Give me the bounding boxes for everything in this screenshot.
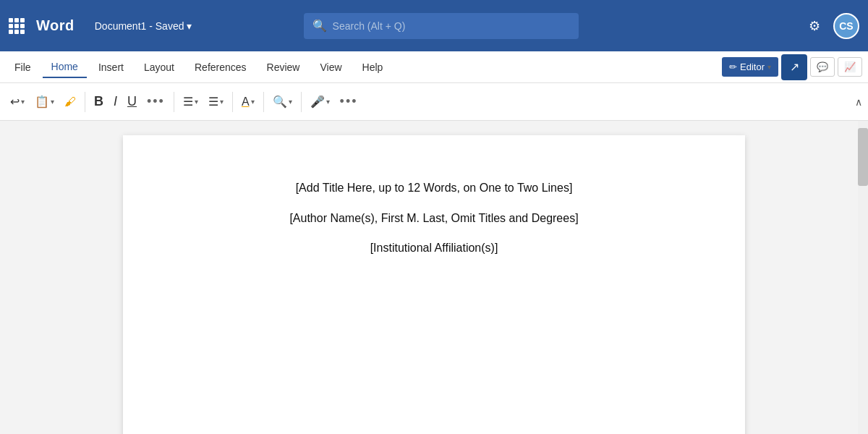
chevron-down-icon: ▾ (251, 98, 255, 106)
app-grid-icon[interactable] (9, 18, 25, 34)
menu-help[interactable]: Help (354, 57, 392, 77)
menu-references[interactable]: References (186, 57, 255, 77)
italic-button[interactable]: I (109, 89, 122, 115)
chevron-down-icon: ▾ (21, 98, 25, 106)
more-tools-button[interactable]: ••• (336, 89, 362, 115)
chevron-down-icon: ▾ (767, 63, 771, 71)
align-icon: ☰ (208, 95, 218, 109)
document-page[interactable]: [Add Title Here, up to 12 Words, on One … (123, 135, 745, 434)
find-icon: 🔍 (273, 95, 287, 109)
avatar[interactable]: CS (833, 13, 859, 39)
undo-icon: ↩ (10, 95, 20, 109)
track-changes-button[interactable]: 📈 (838, 57, 862, 77)
chevron-down-icon: ▾ (326, 98, 330, 106)
more-formatting-button[interactable]: ••• (142, 89, 169, 115)
menu-insert[interactable]: Insert (90, 57, 132, 77)
chevron-down-icon: ▾ (195, 98, 198, 106)
font-color-icon: A (242, 95, 250, 109)
document-area: [Add Title Here, up to 12 Words, on One … (0, 121, 868, 434)
format-painter-icon: 🖌 (64, 95, 76, 109)
pencil-icon: ✏ (729, 61, 737, 72)
clipboard-button[interactable]: 📋 ▾ (30, 89, 59, 115)
comment-button[interactable]: 💬 (810, 57, 835, 77)
scrollbar[interactable] (858, 121, 868, 434)
menu-bar: File Home Insert Layout References Revie… (0, 51, 868, 83)
doc-line-1: [Add Title Here, up to 12 Words, on One … (296, 179, 573, 197)
title-bar-left: Word Document1 - Saved ▾ (9, 17, 192, 34)
editor-button[interactable]: ✏ Editor ▾ (722, 57, 778, 77)
align-button[interactable]: ☰ ▾ (204, 89, 228, 115)
chevron-down-icon: ▾ (220, 98, 224, 106)
bullet-list-icon: ☰ (183, 95, 193, 109)
app-name: Word (36, 17, 75, 34)
comment-icon: 💬 (817, 61, 828, 72)
title-bar: Word Document1 - Saved ▾ 🔍 ⚙ CS (0, 0, 868, 51)
settings-button[interactable]: ⚙ (801, 13, 827, 39)
search-icon: 🔍 (312, 19, 327, 33)
menu-file[interactable]: File (6, 57, 40, 77)
ellipsis-icon: ••• (340, 94, 358, 109)
chevron-down-icon: ▾ (289, 98, 292, 106)
toolbar-separator (263, 92, 264, 112)
dictate-button[interactable]: 🎤 ▾ (306, 89, 334, 115)
format-painter-button[interactable]: 🖌 (60, 89, 80, 115)
track-icon: 📈 (844, 61, 856, 72)
bullet-list-button[interactable]: ☰ ▾ (179, 89, 203, 115)
search-bar[interactable]: 🔍 (304, 13, 579, 39)
scrollbar-thumb[interactable] (858, 128, 868, 186)
search-input[interactable] (333, 20, 570, 32)
toolbar-separator (174, 92, 174, 112)
menu-review[interactable]: Review (258, 57, 309, 77)
collapse-ribbon-button[interactable]: ∧ (855, 96, 862, 108)
bold-button[interactable]: B (90, 89, 108, 115)
toolbar-separator (232, 92, 233, 112)
microphone-icon: 🎤 (310, 95, 325, 109)
doc-title: Document1 - Saved ▾ (95, 20, 192, 32)
find-button[interactable]: 🔍 ▾ (268, 89, 297, 115)
share-button[interactable]: ↗ (781, 54, 807, 80)
clipboard-icon: 📋 (35, 95, 49, 109)
toolbar-separator (301, 92, 302, 112)
chevron-down-icon: ▾ (51, 98, 54, 106)
doc-line-3: [Institutional Affiliation(s)] (370, 239, 498, 258)
toolbar: ↩ ▾ 📋 ▾ 🖌 B I U ••• ☰ ▾ ☰ ▾ A ▾ 🔍 ▾ 🎤 ▾ … (0, 83, 868, 121)
underline-button[interactable]: U (123, 89, 141, 115)
toolbar-separator (85, 92, 85, 112)
share-icon: ↗ (790, 60, 799, 74)
menu-view[interactable]: View (311, 57, 350, 77)
undo-button[interactable]: ↩ ▾ (6, 89, 29, 115)
menu-layout[interactable]: Layout (135, 57, 183, 77)
font-color-button[interactable]: A ▾ (237, 89, 259, 115)
menu-right-actions: ✏ Editor ▾ ↗ 💬 📈 (722, 54, 862, 80)
title-bar-right: ⚙ CS (801, 13, 859, 39)
doc-line-2: [Author Name(s), First M. Last, Omit Tit… (289, 209, 578, 228)
collapse-icon: ∧ (855, 96, 862, 108)
ellipsis-icon: ••• (147, 94, 165, 109)
menu-home[interactable]: Home (43, 56, 87, 78)
